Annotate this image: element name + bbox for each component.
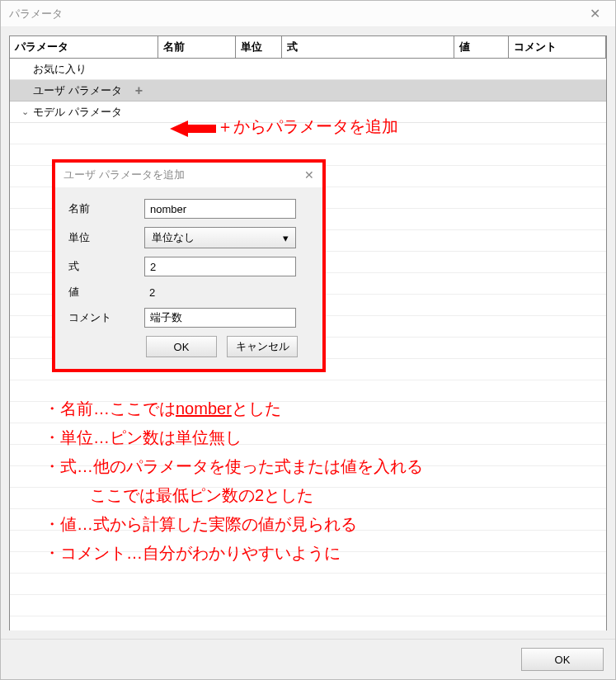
input-expr[interactable] (144, 257, 296, 276)
dialog-buttons: OK キャンセル (68, 336, 309, 359)
main-ok-button[interactable]: OK (521, 648, 604, 671)
dialog-ok-button[interactable]: OK (146, 336, 217, 357)
col-expr[interactable]: 式 (282, 36, 454, 58)
dialog-titlebar: ユーザ パラメータを追加 ✕ (55, 163, 322, 187)
label-comment: コメント (68, 310, 144, 325)
note-name: ・名前…ここではnomberとした (44, 394, 423, 423)
note-comment: ・コメント…自分がわかりやすいように (44, 539, 423, 568)
tree-label: ユーザ パラメータ (33, 83, 122, 98)
col-comment[interactable]: コメント (509, 36, 606, 58)
chevron-down-icon: ▾ (283, 232, 289, 244)
note-expr-cont: ここでは最低ピン数の2とした (44, 481, 423, 510)
window-title: パラメータ (9, 7, 63, 21)
annotation-notes: ・名前…ここではnomberとした ・単位…ピン数は単位無し ・式…他のパラメー… (44, 394, 423, 568)
input-name[interactable] (144, 199, 296, 219)
value-display: 2 (144, 286, 155, 299)
label-value: 値 (68, 285, 144, 300)
content-area: パラメータ 名前 単位 式 値 コメント お気に入り ユーザ パラメータ + (1, 27, 615, 639)
tree: お気に入り ユーザ パラメータ + ⌄ モデル パラメータ (10, 59, 606, 123)
note-unit: ・単位…ピン数は単位無し (44, 423, 423, 452)
row-unit: 単位 単位なし ▾ (68, 227, 309, 248)
label-unit: 単位 (68, 230, 144, 245)
dialog-cancel-button[interactable]: キャンセル (227, 336, 298, 357)
tree-label: モデル パラメータ (33, 105, 122, 120)
dialog-close-icon[interactable]: ✕ (304, 168, 314, 182)
grid-header: パラメータ 名前 単位 式 値 コメント (10, 36, 606, 59)
dialog-title: ユーザ パラメータを追加 (63, 168, 185, 182)
select-unit-value: 単位なし (152, 230, 195, 245)
note-value: ・値…式から計算した実際の値が見られる (44, 510, 423, 539)
add-user-param-icon[interactable]: + (135, 83, 143, 98)
select-unit[interactable]: 単位なし ▾ (144, 227, 296, 248)
col-name[interactable]: 名前 (158, 36, 236, 58)
row-value: 値 2 (68, 285, 309, 300)
tree-user-params[interactable]: ユーザ パラメータ + (10, 80, 606, 102)
tree-favorites[interactable]: お気に入り (10, 59, 606, 80)
add-user-param-dialog: ユーザ パラメータを追加 ✕ 名前 単位 単位なし ▾ 式 (52, 159, 326, 372)
tree-label: お気に入り (33, 62, 87, 77)
parameters-window: パラメータ ✕ パラメータ 名前 単位 式 値 コメント お気に入り (0, 0, 616, 680)
label-name: 名前 (68, 201, 144, 216)
row-expr: 式 (68, 257, 309, 276)
annotation-arrow-text: ＋からパラメータを追加 (217, 116, 398, 138)
close-icon[interactable]: ✕ (583, 6, 607, 21)
label-expr: 式 (68, 259, 144, 274)
input-comment[interactable] (144, 308, 296, 328)
col-value[interactable]: 値 (454, 36, 509, 58)
note-expr: ・式…他のパラメータを使った式または値を入れる (44, 452, 423, 481)
row-comment: コメント (68, 308, 309, 328)
row-name: 名前 (68, 199, 309, 219)
dialog-form: 名前 単位 単位なし ▾ 式 値 2 (55, 187, 322, 369)
col-unit[interactable]: 単位 (236, 36, 282, 58)
footer: OK (1, 639, 615, 679)
col-parameter[interactable]: パラメータ (10, 36, 158, 58)
titlebar: パラメータ ✕ (1, 1, 615, 27)
chevron-down-icon[interactable]: ⌄ (21, 106, 29, 117)
